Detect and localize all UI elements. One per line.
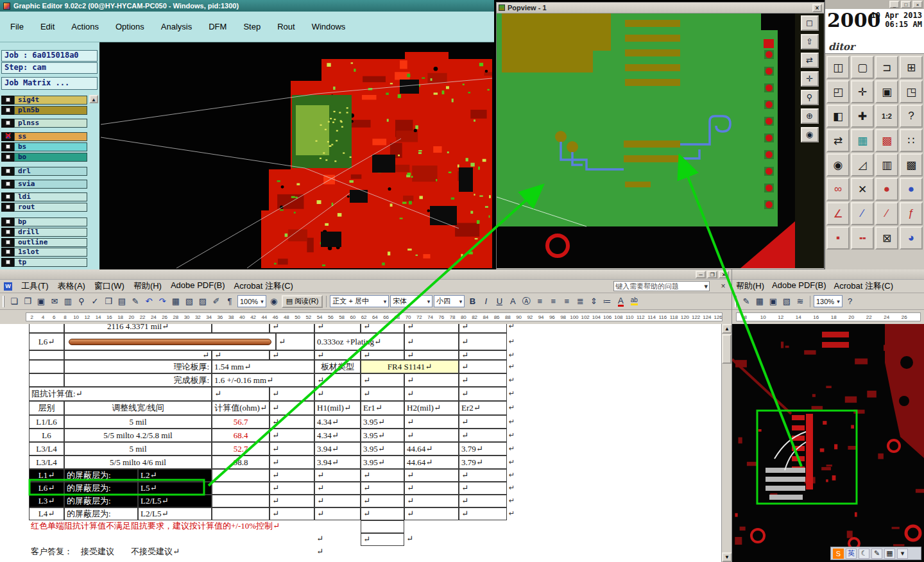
- paste-icon[interactable]: ▤: [116, 295, 128, 308]
- dash-tool-icon[interactable]: ╍: [851, 226, 874, 250]
- menu-actions[interactable]: Actions: [71, 22, 99, 31]
- options-arrow-icon[interactable]: ▾: [897, 549, 908, 559]
- layer-row-bs[interactable]: bs: [1, 142, 87, 151]
- scale-1-2-icon[interactable]: 1:2: [875, 105, 898, 128]
- font-select[interactable]: 宋体 ▾: [390, 295, 432, 307]
- tile-windows-icon[interactable]: ⊞: [900, 56, 923, 79]
- zoom-view-icon[interactable]: ⚲: [801, 90, 819, 105]
- show-marks-icon[interactable]: ¶: [223, 295, 236, 308]
- zoom2-select[interactable]: 130% ▾: [814, 295, 843, 307]
- layer-checkbox[interactable]: [1, 192, 14, 201]
- word2-help-icon[interactable]: ?: [844, 295, 857, 308]
- pcb-picture-canvas[interactable]: [732, 324, 924, 562]
- insert-table-icon[interactable]: ▦: [753, 295, 766, 308]
- send-to-top-icon[interactable]: ⇧: [801, 34, 819, 49]
- pcb-main-canvas[interactable]: [99, 42, 494, 269]
- layer-row-rout[interactable]: rout: [1, 202, 87, 212]
- graphic-editor-titlebar[interactable]: Graphic Editor 9.02c2 (00@HY-HYCAM-PC050…: [0, 0, 494, 12]
- line-red-icon[interactable]: ∕: [875, 202, 898, 225]
- layer-list-scroll-up-icon[interactable]: ▲: [89, 95, 98, 103]
- toolbar-grip[interactable]: [3, 296, 4, 307]
- zoom-window-icon[interactable]: ◰: [826, 80, 850, 103]
- word-menu-acrobat-c[interactable]: Acrobat 注释(C): [234, 280, 293, 292]
- print-preview-icon[interactable]: ⚲: [75, 295, 88, 308]
- delete-object-icon[interactable]: ✕: [851, 178, 874, 201]
- align-justify-icon[interactable]: ≣: [574, 295, 586, 308]
- layer-checkbox[interactable]: [1, 96, 14, 105]
- target-icon[interactable]: ⊕: [801, 108, 819, 124]
- font-color-icon[interactable]: A: [614, 295, 627, 308]
- font-size-select[interactable]: 小四 ▾: [434, 295, 465, 307]
- line-blue-icon[interactable]: ∕: [851, 202, 874, 225]
- layer-row-1slot[interactable]: 1slot: [1, 247, 87, 257]
- layer-row-drl[interactable]: drl: [1, 166, 87, 176]
- layer-checkbox[interactable]: [1, 258, 14, 267]
- char-border-icon[interactable]: A: [506, 295, 519, 308]
- word2-document[interactable]: [732, 324, 924, 562]
- help-dropdown-icon[interactable]: ▾: [704, 282, 708, 291]
- columns-icon[interactable]: ▨: [196, 295, 209, 308]
- italic-icon[interactable]: I: [479, 295, 492, 308]
- word-ruler[interactable]: 2468101214161820222426283032343638404244…: [0, 310, 732, 324]
- angle-tool-icon[interactable]: ∠: [826, 202, 850, 225]
- layer-checkbox[interactable]: [1, 106, 14, 115]
- word2-menu-acrobat-c[interactable]: Acrobat 注释(C): [834, 280, 893, 292]
- menu-analysis[interactable]: Analysis: [161, 22, 192, 31]
- transform-box-icon[interactable]: ⊠: [875, 226, 898, 250]
- ime-pen-icon[interactable]: ✎: [871, 549, 882, 559]
- underline-icon[interactable]: U: [493, 295, 506, 308]
- crosshair-icon[interactable]: ✛: [801, 71, 819, 87]
- cascade-windows-icon[interactable]: ◳: [900, 80, 923, 103]
- toolbar-grip[interactable]: [735, 296, 737, 307]
- style-select[interactable]: 正文 + 居中 ▾: [330, 295, 389, 307]
- align-right-icon[interactable]: ≡: [560, 295, 573, 308]
- small-pad-icon[interactable]: ▪: [826, 226, 850, 250]
- text-wrap-icon[interactable]: ≋: [794, 295, 807, 308]
- format-painter-icon[interactable]: ✎: [129, 295, 142, 308]
- font-dropdown-icon[interactable]: ▾: [427, 298, 431, 305]
- origin-icon[interactable]: ◉: [801, 127, 819, 142]
- menu-windows[interactable]: Windows: [312, 22, 346, 31]
- layer-checkbox[interactable]: [1, 119, 14, 128]
- popview-titlebar[interactable]: Popview - 1 ×: [497, 3, 824, 13]
- grid-toggle-icon[interactable]: ▦: [851, 129, 874, 152]
- split-view-icon[interactable]: ◧: [826, 105, 850, 128]
- step-name-box[interactable]: Step: cam: [1, 62, 98, 74]
- menu-step[interactable]: Step: [243, 22, 261, 31]
- pan-view-icon[interactable]: ✚: [851, 105, 874, 128]
- menu-options[interactable]: Options: [116, 22, 144, 31]
- genesis-restore-button[interactable]: □: [901, 1, 911, 8]
- sogou-ime-icon[interactable]: S: [833, 549, 844, 559]
- undo-icon[interactable]: ↶: [142, 295, 155, 308]
- layer-checkbox[interactable]: [1, 180, 14, 189]
- insert-chart-icon[interactable]: ▧: [183, 295, 196, 308]
- word-help-icon[interactable]: ◉: [268, 295, 280, 308]
- zoom-dropdown-icon[interactable]: ▾: [261, 298, 264, 305]
- spelling-icon[interactable]: ✓: [89, 295, 101, 308]
- layer-row-drill[interactable]: drill: [1, 227, 87, 237]
- redo-icon[interactable]: ↷: [156, 295, 169, 308]
- fit-window-icon[interactable]: ✛: [851, 80, 874, 103]
- popview-close-icon[interactable]: ×: [812, 4, 822, 12]
- word-close-button[interactable]: ✕: [719, 271, 729, 278]
- word-minimize-button[interactable]: ─: [696, 271, 706, 278]
- word-restore-button[interactable]: ❐: [707, 271, 717, 278]
- layer-row-outline[interactable]: outline: [1, 237, 87, 247]
- print-icon[interactable]: ▥: [62, 295, 74, 308]
- copy-icon[interactable]: ❒: [102, 295, 115, 308]
- layer-row-bp[interactable]: bp: [1, 217, 87, 226]
- layer-checkbox[interactable]: [1, 238, 14, 247]
- layer-checkbox[interactable]: [1, 203, 14, 212]
- layer-checkbox[interactable]: [1, 217, 14, 226]
- layer-row-ss[interactable]: ss✕: [1, 132, 87, 141]
- layer-row-plnss[interactable]: plnss: [1, 118, 87, 128]
- bold-icon[interactable]: B: [466, 295, 479, 308]
- font-tool-icon[interactable]: ƒ: [900, 202, 923, 225]
- align-center-icon[interactable]: ≡: [547, 295, 560, 308]
- word-menu-a[interactable]: 表格(A): [58, 280, 85, 292]
- open-editor-icon[interactable]: ◫: [826, 56, 850, 79]
- fill-solid-icon[interactable]: ▩: [900, 153, 923, 176]
- help-icon[interactable]: ?: [900, 105, 923, 128]
- font-size-dropdown-icon[interactable]: ▾: [459, 298, 463, 305]
- layer-row-svia[interactable]: svia: [1, 179, 87, 189]
